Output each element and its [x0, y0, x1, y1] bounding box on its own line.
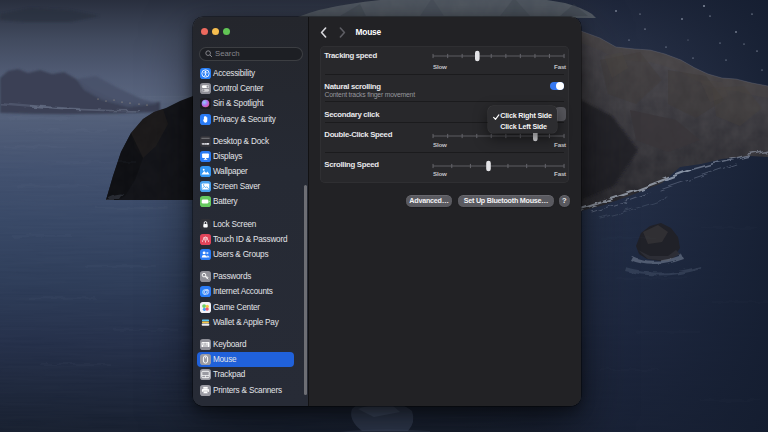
svg-text:@: @ [201, 287, 209, 296]
